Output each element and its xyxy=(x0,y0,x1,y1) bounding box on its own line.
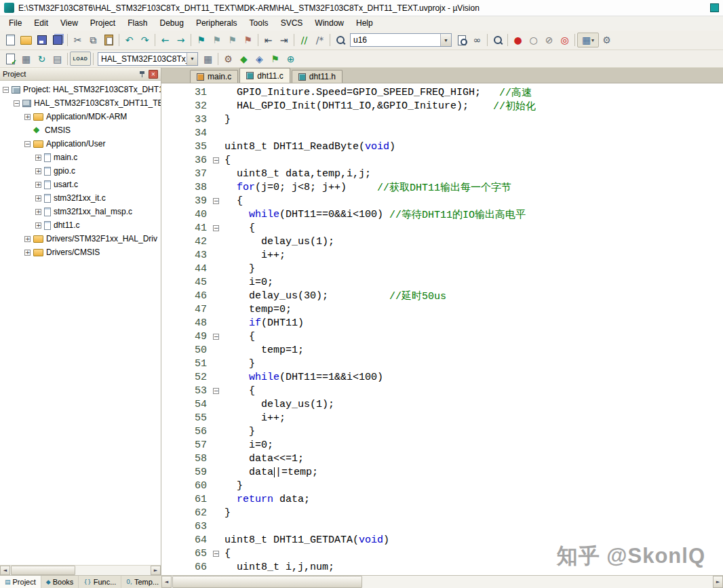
expand-icon[interactable]: + xyxy=(35,182,41,188)
build-icon[interactable]: ▦ xyxy=(18,52,34,66)
outdent-icon[interactable]: ⇤ xyxy=(260,33,276,47)
bookmark-toggle-icon[interactable]: ⚑ xyxy=(193,33,209,47)
code-line[interactable]: 43 i++; xyxy=(161,248,723,262)
zoom-icon[interactable] xyxy=(490,33,505,47)
tree-item-usart-c[interactable]: +usart.c xyxy=(0,178,161,191)
find-combobox[interactable]: u16▼ xyxy=(350,33,452,47)
code-line[interactable]: 47 temp=0; xyxy=(161,302,723,316)
code-line[interactable]: 54 delay_us(1); xyxy=(161,397,723,411)
code-line[interactable]: 50 temp=1; xyxy=(161,343,723,357)
code-line[interactable]: 61 return data; xyxy=(161,492,723,506)
code-line[interactable]: 33} xyxy=(161,113,723,126)
code-line[interactable]: 59 data|=temp; xyxy=(161,465,723,479)
tab-dht11-h[interactable]: dht11.h xyxy=(292,70,343,83)
code-line[interactable]: 60 } xyxy=(161,479,723,492)
scroll-left-icon[interactable] xyxy=(161,576,172,588)
code-line[interactable]: 56 } xyxy=(161,425,723,438)
tree-item-stm32f1xx-it-c[interactable]: +stm32f1xx_it.c xyxy=(0,191,161,205)
code-line[interactable]: 57 i=0; xyxy=(161,438,723,452)
scroll-track[interactable] xyxy=(10,566,151,575)
bottom-tab-books[interactable]: ◆Books xyxy=(41,576,79,588)
bookmark-clear-icon[interactable]: ⚑ xyxy=(240,33,256,47)
code-line[interactable]: 62} xyxy=(161,506,723,520)
tab-dht11-c[interactable]: dht11.c xyxy=(239,68,290,83)
collapse-icon[interactable]: − xyxy=(24,141,31,147)
collapse-icon[interactable]: − xyxy=(14,100,20,106)
expand-icon[interactable]: + xyxy=(35,195,41,201)
menu-tools[interactable]: Tools xyxy=(243,17,275,30)
web-icon[interactable]: ⊕ xyxy=(283,52,298,66)
fold-toggle-icon[interactable]: − xyxy=(213,388,219,394)
code-line[interactable]: 51 } xyxy=(161,357,723,370)
tab-main-c[interactable]: main.c xyxy=(190,70,238,83)
collapse-icon[interactable]: − xyxy=(3,87,9,93)
fold-toggle-icon[interactable]: − xyxy=(213,551,219,557)
breakpoint-icon[interactable]: ● xyxy=(510,33,526,47)
save-icon[interactable] xyxy=(34,33,50,47)
tree-item-hal-stm32f103c8tx-dht11-te[interactable]: −HAL_STM32F103C8Tx_DHT11_TE xyxy=(0,96,161,110)
tree-item-dht11-c[interactable]: +dht11.c xyxy=(0,218,161,232)
bookmark-next-icon[interactable]: ⚑ xyxy=(224,33,240,47)
pack-installer-icon[interactable]: ◈ xyxy=(252,52,267,66)
code-line[interactable]: 49− { xyxy=(161,330,723,343)
file-extensions-icon[interactable]: ▦ xyxy=(200,52,216,66)
bottom-tab-func[interactable]: {}Func... xyxy=(79,576,121,588)
undo-icon[interactable]: ↶ xyxy=(121,33,137,47)
code-line[interactable]: 58 data<<=1; xyxy=(161,452,723,465)
expand-icon[interactable]: + xyxy=(35,155,41,161)
redo-icon[interactable]: ↷ xyxy=(137,33,153,47)
open-folder-icon[interactable] xyxy=(18,33,34,47)
back-arrow-icon[interactable]: ← xyxy=(157,33,173,47)
code-line[interactable]: 48 if(DHT11) xyxy=(161,316,723,330)
pin-icon[interactable] xyxy=(138,70,146,78)
code-line[interactable]: 34 xyxy=(161,126,723,140)
find-in-files-icon[interactable] xyxy=(454,33,469,47)
window-layout-icon[interactable]: ▦▾ xyxy=(577,33,599,47)
expand-icon[interactable]: + xyxy=(35,209,41,215)
paste-icon[interactable] xyxy=(101,33,117,47)
code-area[interactable]: 31 GPIO_Initure.Speed=GPIO_SPEED_FREQ_HI… xyxy=(161,83,723,575)
expand-icon[interactable]: + xyxy=(24,250,31,256)
tree-item-drivers-cmsis[interactable]: +Drivers/CMSIS xyxy=(0,246,161,259)
tree-item-main-c[interactable]: +main.c xyxy=(0,151,161,164)
breakpoint-enable-icon[interactable]: ◎ xyxy=(557,33,572,47)
code-line[interactable]: 35uint8_t DHT11_ReadByte(void) xyxy=(161,140,723,153)
code-line[interactable]: 31 GPIO_Initure.Speed=GPIO_SPEED_FREQ_HI… xyxy=(161,85,723,99)
target-select[interactable]: HAL_STM32F103C8Tx_DH▼ xyxy=(98,52,198,66)
indent-icon[interactable]: ⇥ xyxy=(276,33,292,47)
tree-item-project-hal-stm32f103c8tx-dht1[interactable]: −Project: HAL_STM32F103C8Tx_DHT1 xyxy=(0,83,161,96)
expand-icon[interactable]: + xyxy=(24,114,31,120)
cut-icon[interactable]: ✂ xyxy=(70,33,85,47)
code-line[interactable]: 45 i=0; xyxy=(161,275,723,289)
fold-toggle-icon[interactable]: − xyxy=(213,225,219,231)
menu-help[interactable]: Help xyxy=(350,17,379,30)
load-button[interactable]: LOAD xyxy=(70,52,91,66)
code-line[interactable]: 52 while(DHT11==1&&i<100) xyxy=(161,370,723,384)
tree-item-drivers-stm32f1xx-hal-driv[interactable]: +Drivers/STM32F1xx_HAL_Driv xyxy=(0,232,161,246)
configure-wrench-icon[interactable]: ⚙ xyxy=(599,33,614,47)
menu-flash[interactable]: Flash xyxy=(121,17,153,30)
code-line[interactable]: 46 delay_us(30); //延时50us xyxy=(161,289,723,302)
scroll-thumb[interactable] xyxy=(172,576,362,588)
fold-toggle-icon[interactable]: − xyxy=(213,198,219,204)
expand-icon[interactable]: + xyxy=(35,168,41,174)
options-target-icon[interactable]: ⚙ xyxy=(220,52,236,66)
forward-arrow-icon[interactable]: → xyxy=(173,33,189,47)
chevron-down-icon[interactable]: ▼ xyxy=(440,34,451,46)
rte-icon[interactable]: ◆ xyxy=(236,52,252,66)
fold-toggle-icon[interactable]: − xyxy=(213,334,219,340)
code-line[interactable]: 39− { xyxy=(161,194,723,208)
batch-build-icon[interactable]: ▤ xyxy=(50,52,65,66)
code-line[interactable]: 44 } xyxy=(161,262,723,275)
translate-icon[interactable] xyxy=(3,52,18,66)
find-icon[interactable] xyxy=(332,33,348,47)
breakpoint-kill-icon[interactable]: ⊘ xyxy=(541,33,557,47)
code-line[interactable]: 53− { xyxy=(161,384,723,397)
chevron-down-icon[interactable]: ▼ xyxy=(187,53,197,65)
code-line[interactable]: 63 xyxy=(161,520,723,533)
bookmark-prev-icon[interactable]: ⚑ xyxy=(209,33,224,47)
menu-project[interactable]: Project xyxy=(84,17,121,30)
scroll-left-icon[interactable] xyxy=(0,566,10,575)
code-line[interactable]: 55 i++; xyxy=(161,411,723,425)
scroll-right-icon[interactable] xyxy=(151,566,161,575)
